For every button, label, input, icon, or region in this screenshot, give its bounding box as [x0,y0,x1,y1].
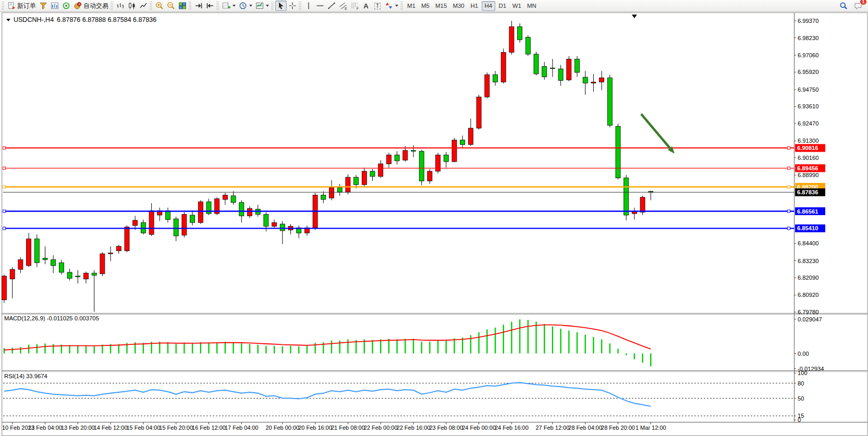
equidistant-channel-tool-button[interactable]: E [337,1,349,11]
clock-icon [239,2,247,10]
new-order-label: 新订单 [17,2,36,10]
main-toolbar: 新订单 自动交易 [0,0,868,12]
svg-text:16 Feb 12:00: 16 Feb 12:00 [192,425,226,431]
timeframe-w1-button[interactable]: W1 [510,1,524,11]
macd-label: MACD(12,26,9) -0.011025 0.003705 [4,315,99,321]
cursor-tool-button[interactable] [275,1,287,11]
market-depth-button[interactable] [49,1,60,11]
rsi-label: RSI(14) 33.9674 [4,373,47,379]
horizontal-line-tool-button[interactable] [314,1,326,11]
crosshair-tool-button[interactable] [287,1,298,11]
timeframe-m30-button[interactable]: M30 [450,1,467,11]
price-chip: 6.89456 [795,164,825,172]
svg-text:100: 100 [798,370,808,376]
svg-text:6.93610: 6.93610 [798,103,818,109]
search-button[interactable] [838,1,849,11]
svg-text:50: 50 [798,395,804,402]
symbol-dropdown-icon[interactable] [6,19,10,21]
toolbar-grip[interactable] [2,2,4,10]
text-label-tool-button[interactable]: T [372,1,383,11]
svg-text:6.86561: 6.86561 [797,208,818,215]
toolbar-grip[interactable] [150,2,152,10]
bar-chart-icon [116,2,125,10]
signals-button[interactable] [60,1,72,11]
arrows-tool-button[interactable] [383,1,400,11]
svg-text:6.89456: 6.89456 [797,165,818,171]
channel-letter: E [345,7,347,10]
notification-badge: 1 [860,0,867,5]
toolbar-right-group: 1 [838,1,864,11]
chart-shift-icon [206,2,214,10]
zoom-out-button[interactable] [165,1,177,11]
price-chip: 6.86561 [795,207,825,215]
candlestick-chart-button[interactable] [126,1,138,11]
bar-chart-button[interactable] [115,1,126,11]
chart-shift-button[interactable] [204,1,216,11]
svg-text:1 Mar 12:00: 1 Mar 12:00 [635,425,666,431]
toolbar-grip[interactable] [216,2,219,10]
search-icon [839,2,848,10]
svg-text:6.80920: 6.80920 [798,292,818,298]
text-tool-button[interactable]: A [360,1,372,11]
svg-text:6.94750: 6.94750 [798,86,818,93]
svg-text:24 Feb 00:00: 24 Feb 00:00 [462,425,496,431]
timeframe-h1-button[interactable]: H1 [468,1,481,11]
line-chart-button[interactable] [138,1,149,11]
svg-text:0.00: 0.00 [798,351,809,357]
toolbar-grip[interactable] [111,2,113,10]
vertical-line-tool-button[interactable] [303,1,314,11]
timeframe-mn-button[interactable]: MN [524,1,539,11]
timeframe-m1-button[interactable]: M1 [405,1,418,11]
auto-trading-button[interactable]: 自动交易 [72,1,110,11]
zoom-out-icon [167,2,175,10]
auto-scroll-icon [194,2,203,10]
new-order-button[interactable]: 新订单 [6,1,38,11]
zoom-in-button[interactable] [154,1,165,11]
new-order-icon [7,2,16,10]
indicators-button[interactable] [221,1,237,11]
svg-text:17 Feb 04:00: 17 Feb 04:00 [225,425,259,431]
chart-canvas[interactable]: 6.993706.982306.970606.959206.947506.936… [0,0,868,436]
fibonacci-tool-button[interactable]: F [349,1,360,11]
candlestick-chart-icon [128,2,136,10]
horizontal-line-icon [316,2,324,10]
chevron-down-icon [266,5,269,7]
timeframe-h4-button[interactable]: H4 [482,1,495,11]
chevron-down-icon [395,5,398,7]
svg-text:28 Feb 04:00: 28 Feb 04:00 [568,425,602,431]
svg-text:6.95920: 6.95920 [798,69,818,75]
auto-trading-icon [74,2,82,10]
text-label-icon: T [374,3,381,9]
toolbar-grip[interactable] [271,2,274,10]
add-indicator-icon [222,2,230,10]
templates-button[interactable] [254,1,271,11]
toolbar-grip[interactable] [189,2,191,10]
toolbar-grip[interactable] [299,2,301,10]
fibonacci-icon: F [350,2,359,10]
channel-icon: E [339,2,347,10]
auto-scroll-button[interactable] [193,1,204,11]
timeframe-d1-button[interactable]: D1 [496,1,509,11]
svg-text:20 Feb 16:00: 20 Feb 16:00 [298,425,332,431]
svg-text:22 Feb 16:00: 22 Feb 16:00 [397,425,431,431]
svg-text:20 Feb 00:00: 20 Feb 00:00 [265,425,299,431]
tile-windows-button[interactable] [177,1,188,11]
svg-text:6.79780: 6.79780 [798,309,818,315]
periods-button[interactable] [237,1,254,11]
chart-ohlc-quotes: 6.87876 6.87888 6.87584 6.87836 [57,16,156,23]
svg-text:6.91300: 6.91300 [798,138,818,144]
trendline-tool-button[interactable] [326,1,337,11]
timeframe-m5-button[interactable]: M5 [419,1,432,11]
toolbar-grip[interactable] [400,2,403,10]
notifications-button[interactable]: 1 [852,1,864,11]
svg-text:6.83230: 6.83230 [798,258,818,264]
chart-template-icon [255,2,264,10]
price-chip: 6.87836 [795,189,825,196]
crosshair-icon [288,2,297,10]
cursor-icon [277,2,285,10]
arrow-shapes-icon [385,2,393,10]
signal-icon [62,2,70,10]
funnel-button[interactable] [38,1,49,11]
timeframe-m15-button[interactable]: M15 [433,1,449,11]
svg-text:6.88990: 6.88990 [798,172,818,178]
